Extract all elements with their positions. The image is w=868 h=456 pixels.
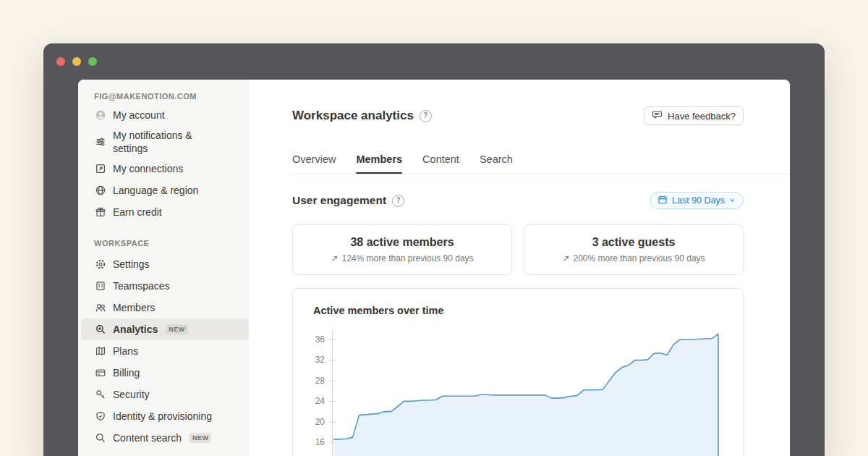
search-icon — [94, 432, 106, 444]
gear-icon — [94, 258, 106, 271]
new-badge: NEW — [166, 324, 188, 334]
help-icon[interactable]: ? — [392, 195, 404, 207]
sidebar-item-language-region[interactable]: Language & region — [78, 180, 249, 201]
sidebar-item-label: Earn credit — [113, 206, 162, 219]
settings-dialog: FIG@MAKENOTION.COM My account My notific… — [78, 80, 790, 456]
help-icon[interactable]: ? — [420, 110, 432, 122]
sidebar-item-members[interactable]: Members — [78, 297, 249, 318]
analytics-tabs: Overview Members Content Search — [292, 153, 513, 174]
sidebar-item-plans[interactable]: Plans — [78, 340, 249, 362]
sidebar-item-label: Members — [113, 301, 155, 314]
gift-icon — [94, 206, 106, 219]
stat-delta-text: 124% more than previous 90 days — [341, 253, 473, 263]
sidebar-item-label: Teamspaces — [113, 279, 170, 292]
sidebar-item-settings[interactable]: Settings — [78, 253, 249, 275]
stat-value: 3 active guests — [592, 236, 676, 249]
new-badge: NEW — [190, 433, 212, 443]
active-members-card: 38 active members ↗ 124% more than previ… — [292, 224, 512, 275]
account-email: FIG@MAKENOTION.COM — [78, 88, 249, 104]
teamspaces-icon — [94, 280, 106, 292]
credit-card-icon — [94, 367, 106, 379]
sidebar-item-billing[interactable]: Billing — [78, 362, 249, 384]
speech-bubble-icon — [652, 109, 663, 122]
sidebar-item-my-account[interactable]: My account — [78, 104, 249, 126]
key-icon — [94, 389, 106, 401]
stat-value: 38 active members — [350, 236, 454, 249]
sidebar-item-security[interactable]: Security — [78, 384, 249, 405]
settings-sidebar: FIG@MAKENOTION.COM My account My notific… — [78, 80, 249, 456]
y-tick-label: 24 — [297, 396, 325, 406]
sidebar-item-label: Settings — [113, 258, 150, 271]
y-tick-label: 28 — [297, 376, 325, 386]
members-over-time-chart — [332, 329, 723, 456]
close-window-button[interactable] — [56, 57, 65, 66]
tab-overview[interactable]: Overview — [292, 153, 336, 174]
avatar-icon — [94, 109, 106, 122]
sidebar-item-label: Plans — [113, 345, 138, 358]
sidebar-item-label: Security — [113, 388, 150, 401]
feedback-button-label: Have feedback? — [668, 111, 736, 122]
sidebar-item-analytics[interactable]: Analytics NEW — [81, 318, 249, 340]
tab-content[interactable]: Content — [422, 153, 459, 174]
stat-delta: ↗ 200% more than previous 90 days — [562, 253, 705, 263]
chart-title: Active members over time — [313, 305, 444, 316]
trend-up-icon: ↗ — [562, 253, 569, 263]
chevron-down-icon — [729, 195, 736, 206]
active-members-chart-card: Active members over time 36 32 28 24 20 … — [292, 288, 744, 456]
minimize-window-button[interactable] — [72, 57, 81, 66]
y-tick-label: 32 — [297, 355, 325, 365]
date-range-button[interactable]: Last 90 Days — [650, 192, 744, 209]
y-tick-label: 20 — [297, 417, 325, 427]
arrow-box-icon — [94, 163, 106, 175]
members-icon — [94, 302, 106, 314]
sidebar-item-label: My account — [113, 109, 165, 122]
analytics-panel: Workspace analytics ? Have feedback? Ove… — [249, 80, 790, 456]
sidebar-item-label: Language & region — [113, 184, 198, 197]
map-icon — [94, 345, 106, 358]
trend-up-icon: ↗ — [331, 253, 338, 263]
tabs-divider — [292, 174, 790, 174]
zoom-window-button[interactable] — [88, 57, 97, 66]
tab-label: Overview — [292, 153, 336, 165]
tab-search[interactable]: Search — [480, 153, 513, 174]
stat-delta: ↗ 124% more than previous 90 days — [331, 253, 473, 263]
workspace-section-label: WORKSPACE — [78, 236, 249, 250]
tab-label: Members — [356, 153, 402, 165]
sidebar-item-label: Identity & provisioning — [113, 410, 212, 423]
active-guests-card: 3 active guests ↗ 200% more than previou… — [524, 224, 744, 275]
section-title: User engagement — [292, 194, 386, 207]
stat-delta-text: 200% more than previous 90 days — [573, 253, 705, 263]
window-titlebar — [56, 57, 97, 66]
sidebar-item-my-connections[interactable]: My connections — [78, 158, 249, 180]
globe-icon — [94, 185, 106, 197]
feedback-button[interactable]: Have feedback? — [644, 106, 744, 125]
sliders-icon — [94, 136, 106, 148]
sidebar-item-label: Billing — [113, 366, 140, 379]
sidebar-item-label: My connections — [113, 162, 183, 175]
stat-cards: 38 active members ↗ 124% more than previ… — [292, 224, 744, 275]
y-tick-label: 16 — [297, 437, 325, 447]
sidebar-item-identity-provisioning[interactable]: Identity & provisioning — [78, 405, 249, 427]
user-engagement-header: User engagement ? Last 90 Days — [292, 191, 744, 210]
page-title: Workspace analytics — [292, 109, 414, 123]
sidebar-item-content-search[interactable]: Content search NEW — [78, 427, 249, 449]
tab-label: Content — [422, 153, 459, 165]
analytics-icon — [94, 324, 106, 336]
sidebar-item-teamspaces[interactable]: Teamspaces — [78, 275, 249, 297]
sidebar-item-earn-credit[interactable]: Earn credit — [78, 201, 249, 223]
date-range-label: Last 90 Days — [672, 195, 725, 206]
app-window: FIG@MAKENOTION.COM My account My notific… — [43, 43, 825, 456]
shield-check-icon — [94, 410, 106, 423]
sidebar-item-label: Content search — [113, 431, 182, 444]
sidebar-item-notifications-settings[interactable]: My notifications & settings — [78, 126, 249, 158]
tab-label: Search — [480, 153, 513, 165]
page-header: Workspace analytics ? Have feedback? — [292, 106, 744, 126]
calendar-icon — [658, 195, 668, 207]
y-tick-label: 36 — [297, 334, 325, 345]
tab-members[interactable]: Members — [356, 153, 402, 174]
sidebar-item-label: Analytics — [113, 323, 158, 336]
sidebar-item-label: My notifications & settings — [113, 129, 221, 155]
